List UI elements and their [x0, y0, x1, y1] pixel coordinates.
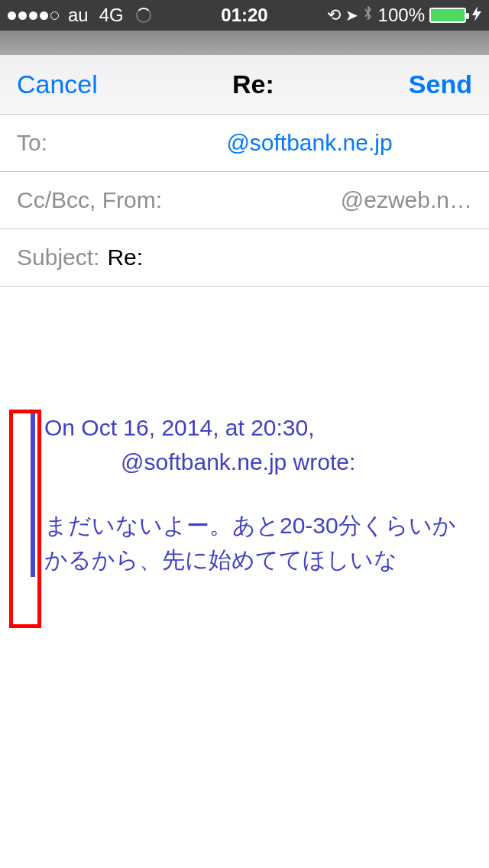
- from-value: @ezweb.n…: [341, 187, 472, 213]
- network-label: 4G: [99, 5, 124, 26]
- battery-percentage: 100%: [378, 5, 425, 26]
- send-button[interactable]: Send: [409, 70, 472, 99]
- to-field-row[interactable]: To: @softbank.ne.jp: [0, 115, 489, 172]
- compose-title: Re:: [232, 70, 274, 99]
- quote-header: On Oct 16, 2014, at 20:30, @softbank.ne.…: [44, 410, 472, 479]
- cancel-button[interactable]: Cancel: [17, 70, 98, 99]
- clock: 01:20: [221, 5, 267, 26]
- subject-field-row[interactable]: Subject: Re:: [0, 229, 489, 287]
- ccbcc-field-row[interactable]: Cc/Bcc, From: @ezweb.n…: [0, 172, 489, 229]
- subject-label: Subject:: [17, 245, 99, 270]
- modal-backdrop: [0, 31, 489, 55]
- ccbcc-label: Cc/Bcc, From:: [17, 187, 162, 213]
- charging-icon: [472, 6, 481, 25]
- location-icon: ➤: [345, 6, 358, 24]
- subject-value: Re:: [107, 245, 143, 270]
- rotation-lock-icon: ⟲: [327, 5, 341, 25]
- to-label: To:: [17, 130, 47, 156]
- status-bar: au 4G 01:20 ⟲ ➤ 100%: [0, 0, 489, 31]
- compose-nav-bar: Cancel Re: Send: [0, 55, 489, 115]
- quoted-reply-block: On Oct 16, 2014, at 20:30, @softbank.ne.…: [17, 410, 472, 577]
- battery-icon: [429, 8, 466, 23]
- quote-body-text: まだいないよー。あと20-30分くらいかかるから、先に始めててほしいな: [44, 508, 472, 577]
- message-body[interactable]: On Oct 16, 2014, at 20:30, @softbank.ne.…: [0, 287, 489, 594]
- quote-sender-line: @softbank.ne.jp wrote:: [44, 445, 355, 479]
- loading-spinner-icon: [136, 8, 151, 23]
- status-left: au 4G: [8, 5, 151, 26]
- to-value: @softbank.ne.jp: [134, 130, 392, 156]
- quote-date-line: On Oct 16, 2014, at 20:30,: [44, 415, 315, 440]
- signal-strength-icon: [8, 11, 59, 20]
- bluetooth-icon: [363, 5, 374, 26]
- carrier-label: au: [68, 5, 89, 26]
- status-right: ⟲ ➤ 100%: [327, 5, 481, 26]
- quote-indicator-bar: [31, 410, 35, 577]
